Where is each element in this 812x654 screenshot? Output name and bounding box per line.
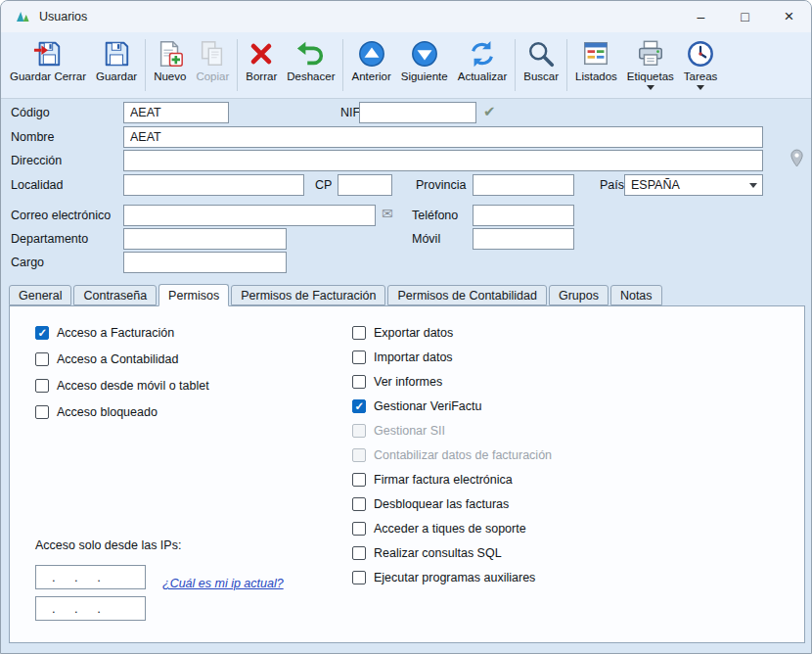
new-icon bbox=[156, 38, 185, 69]
checkbox-box bbox=[352, 546, 366, 560]
tab-notas[interactable]: Notas bbox=[610, 285, 662, 305]
cp-input[interactable] bbox=[338, 174, 392, 196]
toolbar-separator bbox=[237, 39, 238, 91]
pais-select[interactable]: ESPAÑA bbox=[624, 174, 763, 196]
checkbox-acceso-a-facturacion[interactable]: Acceso a Facturación bbox=[35, 325, 209, 341]
toolbar-button-nuevo[interactable]: Nuevo bbox=[149, 34, 191, 96]
toolbar-button-label: Anterior bbox=[351, 70, 390, 82]
provincia-label: Provincia bbox=[416, 178, 466, 192]
permissions-left-column: Acceso a Facturación Acceso a Contabilid… bbox=[35, 325, 209, 420]
checkbox-exportar-datos[interactable]: Exportar datos bbox=[352, 325, 552, 341]
close-button[interactable]: × bbox=[767, 1, 811, 32]
permisos-panel: Acceso a Facturación Acceso a Contabilid… bbox=[9, 305, 805, 643]
nombre-input[interactable] bbox=[123, 126, 763, 148]
tab-permisos-facturacion[interactable]: Permisos de Facturación bbox=[231, 285, 385, 305]
checkbox-box bbox=[352, 350, 366, 364]
toolbar-button-label: Copiar bbox=[196, 70, 229, 82]
tab-general[interactable]: General bbox=[9, 285, 71, 305]
tab-grupos[interactable]: Grupos bbox=[549, 285, 609, 305]
checkbox-box bbox=[35, 405, 49, 419]
toolbar-button-label: Buscar bbox=[523, 70, 559, 82]
correo-input[interactable] bbox=[123, 205, 376, 226]
toolbar-separator bbox=[145, 39, 146, 91]
checkbox-box bbox=[352, 522, 366, 536]
toolbar-button-tareas[interactable]: Tareas bbox=[679, 34, 723, 96]
next-icon bbox=[410, 38, 439, 69]
ip-input-2[interactable]: . . . bbox=[35, 596, 146, 621]
toolbar-button-buscar[interactable]: Buscar bbox=[519, 34, 564, 96]
permissions-right-column: Exportar datos Importar datos Ver inform… bbox=[352, 325, 552, 585]
toolbar-button-actualizar[interactable]: Actualizar bbox=[453, 34, 513, 96]
checkbox-ejecutar-programas-auxiliares[interactable]: Ejecutar programas auxiliares bbox=[352, 570, 552, 585]
direccion-input[interactable] bbox=[123, 150, 763, 171]
checkbox-realizar-consultas-sql[interactable]: Realizar consultas SQL bbox=[352, 545, 552, 561]
toolbar-separator bbox=[515, 39, 516, 91]
tab-contrasena[interactable]: Contraseña bbox=[73, 285, 157, 305]
tab-label: Permisos de Contabilidad bbox=[397, 289, 536, 303]
checkbox-importar-datos[interactable]: Importar datos bbox=[352, 350, 552, 365]
undo-icon bbox=[296, 38, 326, 69]
save-close-icon bbox=[33, 38, 63, 69]
checkbox-label: Acceso a Facturación bbox=[57, 326, 174, 340]
nif-input[interactable] bbox=[359, 102, 476, 123]
checkbox-contabilizar-datos-de-facturacion[interactable]: Contabilizar datos de facturación bbox=[352, 447, 552, 463]
ip-input-1[interactable]: . . . bbox=[35, 565, 146, 589]
toolbar-button-deshacer[interactable]: Deshacer bbox=[282, 34, 339, 96]
toolbar-button-label: Guardar Cerrar bbox=[10, 70, 86, 82]
nif-valid-check-icon: ✔ bbox=[483, 104, 496, 118]
codigo-input[interactable] bbox=[123, 102, 229, 123]
maximize-button[interactable]: □ bbox=[723, 1, 767, 32]
checkbox-firmar-factura-electronica[interactable]: Firmar factura electrónica bbox=[352, 472, 552, 488]
checkbox-box bbox=[35, 379, 49, 393]
checkbox-label: Firmar factura electrónica bbox=[374, 473, 513, 487]
tab-permisos[interactable]: Permisos bbox=[158, 284, 229, 306]
checkbox-label: Gestionar VeriFactu bbox=[374, 399, 481, 413]
location-pin-icon[interactable] bbox=[789, 149, 804, 170]
checkbox-ver-informes[interactable]: Ver informes bbox=[352, 374, 552, 390]
movil-input[interactable] bbox=[473, 228, 574, 250]
checkbox-acceso-bloqueado[interactable]: Acceso bloqueado bbox=[35, 404, 209, 420]
toolbar-button-label: Actualizar bbox=[458, 70, 508, 82]
toolbar-button-borrar[interactable]: Borrar bbox=[241, 34, 282, 96]
tab-permisos-contabilidad[interactable]: Permisos de Contabilidad bbox=[387, 285, 546, 305]
checkbox-label: Acceso bloqueado bbox=[57, 405, 158, 419]
cargo-input[interactable] bbox=[123, 252, 287, 273]
departamento-label: Departamento bbox=[11, 232, 88, 246]
checkbox-box bbox=[352, 497, 366, 511]
checkbox-box bbox=[352, 448, 366, 462]
toolbar-button-guardar-cerrar[interactable]: Guardar Cerrar bbox=[5, 34, 91, 96]
checkbox-desbloquear-las-facturas[interactable]: Desbloquear las facturas bbox=[352, 496, 552, 512]
previous-icon bbox=[357, 38, 386, 69]
window-title: Usuarios bbox=[39, 10, 87, 23]
telefono-input[interactable] bbox=[473, 205, 574, 226]
cp-label: CP bbox=[315, 178, 332, 192]
checkbox-box bbox=[352, 399, 366, 413]
chevron-down-icon bbox=[647, 85, 654, 90]
toolbar-button-siguiente[interactable]: Siguiente bbox=[396, 34, 453, 96]
ip-restriction-label: Acceso solo desde las IPs: bbox=[35, 538, 181, 552]
toolbar-button-guardar[interactable]: Guardar bbox=[91, 34, 142, 96]
toolbar-separator bbox=[342, 39, 343, 91]
toolbar-button-listados[interactable]: Listados bbox=[570, 34, 622, 96]
nif-label: NIF bbox=[340, 106, 360, 119]
toolbar-button-label: Tareas bbox=[684, 70, 718, 82]
whats-my-ip-link[interactable]: ¿Cuál es mi ip actual? bbox=[162, 577, 284, 590]
toolbar-button-etiquetas[interactable]: Etiquetas bbox=[622, 34, 679, 96]
checkbox-acceso-desde-movil-o-tablet[interactable]: Acceso desde móvil o tablet bbox=[35, 378, 209, 394]
tab-label: Permisos bbox=[168, 289, 219, 303]
departamento-input[interactable] bbox=[123, 228, 287, 250]
checkbox-acceder-a-tiques-de-soporte[interactable]: Acceder a tiques de soporte bbox=[352, 521, 552, 537]
toolbar-button-copiar[interactable]: Copiar bbox=[191, 34, 234, 96]
envelope-icon[interactable]: ✉ bbox=[382, 207, 393, 220]
checkbox-gestionar-sii[interactable]: Gestionar SII bbox=[352, 423, 552, 439]
checkbox-box bbox=[352, 326, 366, 340]
minimize-button[interactable]: – bbox=[679, 1, 723, 32]
checkbox-acceso-a-contabilidad[interactable]: Acceso a Contabilidad bbox=[35, 351, 209, 367]
correo-label: Correo electrónico bbox=[11, 209, 111, 222]
toolbar-button-anterior[interactable]: Anterior bbox=[346, 34, 395, 96]
app-logo-icon bbox=[15, 9, 30, 24]
provincia-input[interactable] bbox=[473, 174, 574, 196]
localidad-input[interactable] bbox=[123, 174, 304, 196]
checkbox-gestionar-verifactu[interactable]: Gestionar VeriFactu bbox=[352, 398, 552, 414]
tab-label: Contraseña bbox=[83, 289, 147, 303]
